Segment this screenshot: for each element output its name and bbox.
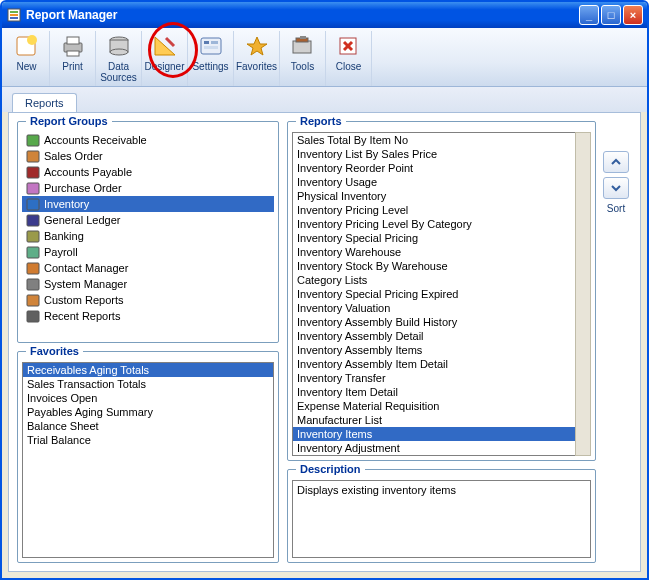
tab-reports[interactable]: Reports (12, 93, 77, 112)
report-item[interactable]: Inventory Pricing Level (293, 203, 575, 217)
report-item[interactable]: Inventory Assembly Build History (293, 315, 575, 329)
scrollbar[interactable] (575, 132, 591, 456)
favorite-item-label: Payables Aging Summary (27, 406, 153, 418)
report-item-label: Inventory Assembly Build History (297, 316, 457, 328)
svg-rect-15 (204, 41, 209, 44)
favorite-item[interactable]: Receivables Aging Totals (23, 363, 273, 377)
report-groups-list[interactable]: Accounts ReceivableSales OrderAccounts P… (22, 132, 274, 324)
report-item-label: Inventory Assembly Item Detail (297, 358, 448, 370)
favorites-list[interactable]: Receivables Aging TotalsSales Transactio… (22, 362, 274, 558)
report-item[interactable]: Inventory Transfer (293, 371, 575, 385)
report-item[interactable]: Inventory Usage (293, 175, 575, 189)
designer-button[interactable]: Designer (142, 31, 188, 86)
report-item[interactable]: Inventory Item Detail (293, 385, 575, 399)
favorite-item[interactable]: Trial Balance (23, 433, 273, 447)
group-item[interactable]: Payroll (22, 244, 274, 260)
sort-controls: Sort (600, 121, 632, 563)
sort-down-button[interactable] (603, 177, 629, 199)
right-stack: Reports Sales Total By Item NoInventory … (287, 121, 596, 563)
report-item[interactable]: Inventory Warehouse (293, 245, 575, 259)
report-item[interactable]: Expense Material Requisition (293, 399, 575, 413)
svg-rect-29 (27, 199, 39, 210)
svg-rect-1 (10, 11, 18, 13)
tools-button[interactable]: Tools (280, 31, 326, 86)
group-item-label: General Ledger (44, 214, 120, 226)
app-window: Report Manager _ □ × New Print Data Sour… (0, 0, 649, 580)
toolbar: New Print Data Sources Designer Settings… (2, 28, 647, 87)
svg-rect-36 (27, 311, 39, 322)
group-item[interactable]: Banking (22, 228, 274, 244)
group-item[interactable]: Recent Reports (22, 308, 274, 324)
group-item-label: System Manager (44, 278, 127, 290)
close-button[interactable]: Close (326, 31, 372, 86)
report-item[interactable]: Manufacturer List (293, 413, 575, 427)
svg-rect-21 (300, 36, 306, 39)
group-item[interactable]: Purchase Order (22, 180, 274, 196)
new-button[interactable]: New (4, 31, 50, 86)
svg-rect-32 (27, 247, 39, 258)
svg-rect-31 (27, 231, 39, 242)
report-item[interactable]: Inventory Assembly Detail (293, 329, 575, 343)
minimize-button[interactable]: _ (579, 5, 599, 25)
titlebar: Report Manager _ □ × (2, 2, 647, 28)
report-item-label: Expense Material Requisition (297, 400, 439, 412)
description-text: Displays existing inventory items (292, 480, 591, 558)
report-item[interactable]: Inventory Reorder Point (293, 161, 575, 175)
report-item[interactable]: Category Lists (293, 273, 575, 287)
favorites-legend: Favorites (26, 345, 83, 357)
tabstrip: Reports (2, 87, 647, 112)
chevron-up-icon (610, 157, 622, 167)
report-item[interactable]: Inventory Pricing Level By Category (293, 217, 575, 231)
print-button[interactable]: Print (50, 31, 96, 86)
data-sources-button[interactable]: Data Sources (96, 31, 142, 86)
favorite-item[interactable]: Payables Aging Summary (23, 405, 273, 419)
favorites-icon (241, 33, 273, 59)
report-item-label: Inventory Warehouse (297, 246, 401, 258)
reports-list[interactable]: Sales Total By Item NoInventory List By … (292, 132, 575, 456)
report-item[interactable]: Inventory Assembly Item Detail (293, 357, 575, 371)
favorite-item[interactable]: Invoices Open (23, 391, 273, 405)
report-item[interactable]: Inventory Items (293, 427, 575, 441)
report-item-label: Physical Inventory (297, 190, 386, 202)
svg-rect-28 (27, 183, 39, 194)
group-item-label: Sales Order (44, 150, 103, 162)
svg-rect-2 (10, 14, 18, 16)
group-item[interactable]: Inventory (22, 196, 274, 212)
description-legend: Description (296, 463, 365, 475)
sort-up-button[interactable] (603, 151, 629, 173)
report-item[interactable]: Inventory Special Pricing (293, 231, 575, 245)
group-item[interactable]: Accounts Payable (22, 164, 274, 180)
group-item[interactable]: Sales Order (22, 148, 274, 164)
report-item-label: Inventory Stock By Warehouse (297, 260, 448, 272)
group-item-label: Recent Reports (44, 310, 120, 322)
favorites-button[interactable]: Favorites (234, 31, 280, 86)
report-item[interactable]: Sales Total By Item No (293, 133, 575, 147)
svg-rect-27 (27, 167, 39, 178)
group-item[interactable]: Contact Manager (22, 260, 274, 276)
group-item[interactable]: Custom Reports (22, 292, 274, 308)
report-item[interactable]: Inventory Special Pricing Expired (293, 287, 575, 301)
tools-icon (287, 33, 319, 59)
svg-rect-19 (293, 41, 311, 53)
maximize-button[interactable]: □ (601, 5, 621, 25)
group-item[interactable]: System Manager (22, 276, 274, 292)
window-close-button[interactable]: × (623, 5, 643, 25)
report-item-label: Category Lists (297, 274, 367, 286)
report-item[interactable]: Inventory Valuation (293, 301, 575, 315)
report-item[interactable]: Inventory List By Sales Price (293, 147, 575, 161)
report-item[interactable]: Inventory Adjustment (293, 441, 575, 455)
group-item[interactable]: General Ledger (22, 212, 274, 228)
close-icon (333, 33, 365, 59)
favorite-item[interactable]: Sales Transaction Totals (23, 377, 273, 391)
report-item[interactable]: Physical Inventory (293, 189, 575, 203)
settings-button[interactable]: Settings (188, 31, 234, 86)
favorite-item[interactable]: Balance Sheet (23, 419, 273, 433)
report-item[interactable]: Inventory Assembly Items (293, 343, 575, 357)
favorite-item-label: Balance Sheet (27, 420, 99, 432)
svg-rect-8 (67, 51, 79, 56)
report-item[interactable]: Inventory Stock By Warehouse (293, 259, 575, 273)
report-item-label: Manufacturer List (297, 414, 382, 426)
favorite-item-label: Invoices Open (27, 392, 97, 404)
group-item[interactable]: Accounts Receivable (22, 132, 274, 148)
group-item-label: Payroll (44, 246, 78, 258)
